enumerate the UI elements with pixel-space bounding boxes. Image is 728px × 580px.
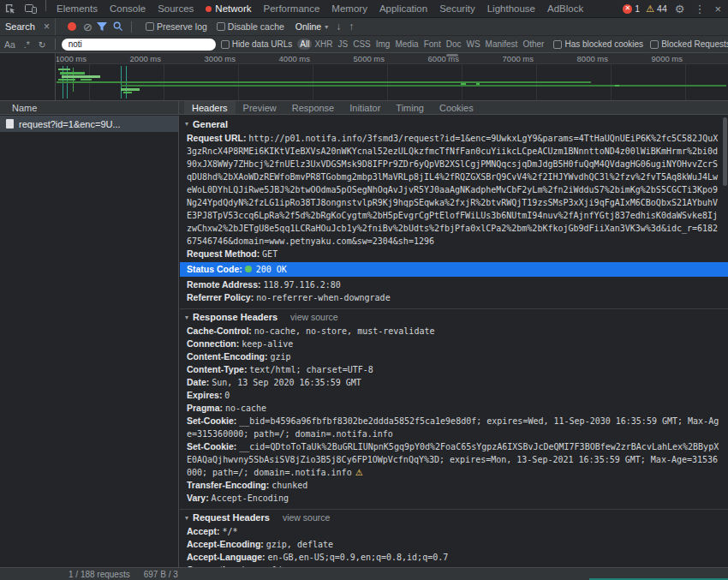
header-value: keep-alive: [242, 339, 293, 349]
header-name: Referrer Policy:: [187, 292, 256, 302]
search-query-input[interactable]: [62, 39, 216, 51]
match-case-icon[interactable]: Aa: [0, 39, 20, 50]
section-title: Request Headers: [193, 512, 270, 523]
section-title: General: [193, 119, 228, 129]
header-row-remote-address: Remote Address: 118.97.116.2:80⚠: [180, 278, 728, 291]
preserve-log-checkbox[interactable]: Preserve log: [146, 21, 207, 32]
tab-console[interactable]: Console: [104, 0, 152, 17]
header-row-referrer-policy: Referrer Policy: no-referrer-when-downgr…: [180, 291, 728, 304]
settings-gear-icon[interactable]: ⚙: [673, 3, 687, 15]
disable-cache-checkbox[interactable]: Disable cache: [217, 21, 284, 32]
filter-font[interactable]: Font: [421, 39, 444, 50]
network-overview[interactable]: 1000 ms2000 ms3000 ms4000 ms5000 ms6000 …: [0, 53, 728, 101]
details-tab-bar: HeadersPreviewResponseInitiatorTimingCoo…: [179, 101, 481, 114]
header-value: GET: [262, 249, 277, 259]
tab-elements[interactable]: Elements: [51, 0, 104, 17]
header-name: Cache-Control:: [187, 326, 254, 336]
scrollbar-handle[interactable]: [723, 117, 727, 186]
general-section: ▾ General Request URL: http://p01.notifa…: [180, 116, 728, 308]
has-blocked-cookies-checkbox[interactable]: Has blocked cookies: [553, 39, 643, 49]
details-tab-headers[interactable]: Headers: [184, 101, 236, 114]
divider: [45, 0, 46, 11]
export-har-icon[interactable]: ↑: [349, 21, 354, 33]
hide-data-urls-checkbox[interactable]: Hide data URLs: [221, 39, 293, 49]
header-value: no-referrer-when-downgrade: [256, 293, 391, 302]
search-pane-tab[interactable]: Search ×: [0, 18, 56, 35]
header-value: no-cache: [225, 404, 266, 413]
warning-count-badge[interactable]: ⚠ 44: [646, 3, 667, 14]
tab-network[interactable]: Network: [200, 0, 257, 17]
search-pane-title: Search: [5, 21, 35, 32]
header-name: Request Method:: [187, 248, 262, 259]
filter-manifest[interactable]: Manifest: [483, 39, 521, 50]
general-section-header[interactable]: ▾ General: [180, 116, 728, 132]
header-value: __cid=QDtoToTaUk%2BuGRLIUNpnK5gq9pY0d%2F…: [187, 442, 719, 477]
throttling-dropdown[interactable]: Online ▾: [295, 21, 328, 32]
filter-media[interactable]: Media: [392, 39, 421, 50]
details-tab-timing[interactable]: Timing: [388, 101, 432, 114]
header-row-transfer-encoding: Transfer-Encoding: chunked⚠: [180, 479, 728, 492]
grid-header: Name HeadersPreviewResponseInitiatorTimi…: [0, 101, 728, 115]
search-icon[interactable]: [110, 21, 127, 32]
record-button[interactable]: [68, 22, 76, 31]
view-source-link[interactable]: view source: [290, 312, 337, 322]
filter-icon[interactable]: [94, 22, 110, 32]
devtools-tabbar: Elements Console Sources Network Perform…: [0, 0, 728, 18]
request-list: request?id=1&enc=9U...: [0, 116, 179, 567]
filter-js[interactable]: JS: [336, 39, 351, 50]
filter-css[interactable]: CSS: [350, 39, 373, 50]
header-row-expires: Expires: 0⚠: [180, 389, 728, 402]
response-headers-section-header[interactable]: ▾ Response Headers view source: [180, 308, 728, 325]
tab-security[interactable]: Security: [433, 0, 481, 17]
clear-network-log-icon[interactable]: ⊘: [81, 21, 94, 33]
ruler-scroll-handle[interactable]: [446, 54, 458, 57]
filter-other[interactable]: Other: [520, 39, 546, 50]
divider: [131, 21, 132, 33]
more-options-icon[interactable]: ⋮: [692, 3, 707, 15]
refresh-search-icon[interactable]: ↻: [34, 39, 51, 50]
header-value: Accept-Encoding: [212, 493, 289, 503]
details-tab-initiator[interactable]: Initiator: [342, 101, 388, 114]
device-toolbar-icon[interactable]: [21, 0, 41, 17]
details-tab-response[interactable]: Response: [284, 101, 343, 114]
tab-memory[interactable]: Memory: [325, 0, 373, 17]
error-icon: ✕: [623, 4, 632, 14]
waterfall-bar: [615, 85, 619, 87]
request-row[interactable]: request?id=1&enc=9U...: [0, 116, 178, 132]
tab-sources[interactable]: Sources: [152, 0, 200, 17]
blocked-requests-checkbox[interactable]: Blocked Requests: [650, 39, 728, 49]
filter-bar: Aa .* ↻ Hide data URLs AllXHRJSCSSImgMed…: [0, 36, 728, 53]
details-tab-preview[interactable]: Preview: [236, 101, 284, 114]
timeline-label: 9000 ms: [644, 54, 683, 63]
filter-xhr[interactable]: XHR: [312, 39, 335, 50]
view-source-link[interactable]: view source: [283, 512, 330, 523]
close-search-icon[interactable]: ×: [44, 21, 50, 33]
tab-application[interactable]: Application: [373, 0, 433, 17]
error-count: 1: [635, 3, 640, 14]
name-column-header[interactable]: Name: [0, 101, 179, 114]
import-har-icon[interactable]: ↓: [336, 21, 341, 33]
request-headers-section-header[interactable]: ▾ Request Headers view source: [180, 509, 728, 525]
filter-doc[interactable]: Doc: [444, 39, 464, 50]
tab-lighthouse[interactable]: Lighthouse: [481, 0, 541, 17]
overview-waterfall[interactable]: 1000 ms2000 ms3000 ms4000 ms5000 ms6000 …: [57, 53, 728, 100]
inspect-element-icon[interactable]: [0, 0, 21, 17]
error-count-badge[interactable]: ✕ 1: [623, 3, 640, 14]
tab-adblock[interactable]: AdBlock: [541, 0, 589, 17]
request-count: 1 / 188 requests: [69, 570, 130, 579]
close-devtools-icon[interactable]: ×: [713, 3, 723, 15]
filter-img[interactable]: Img: [373, 39, 393, 50]
tab-performance[interactable]: Performance: [258, 0, 326, 17]
network-body: request?id=1&enc=9U... ▾ General Request…: [0, 116, 728, 567]
regex-icon[interactable]: .*: [20, 39, 34, 50]
timeline-label: 8000 ms: [570, 54, 608, 63]
request-name: request?id=1&enc=9U...: [19, 119, 121, 129]
details-tab-cookies[interactable]: Cookies: [432, 101, 481, 114]
details-scrollbar[interactable]: [723, 117, 727, 565]
filter-ws[interactable]: WS: [463, 39, 482, 50]
timeline-label: 5000 ms: [346, 54, 385, 63]
header-value: Sun, 13 Sep 2020 16:35:59 GMT: [212, 378, 361, 387]
header-name: Vary:: [187, 493, 212, 503]
header-value: 0: [224, 391, 230, 400]
filter-all[interactable]: All: [297, 39, 312, 50]
